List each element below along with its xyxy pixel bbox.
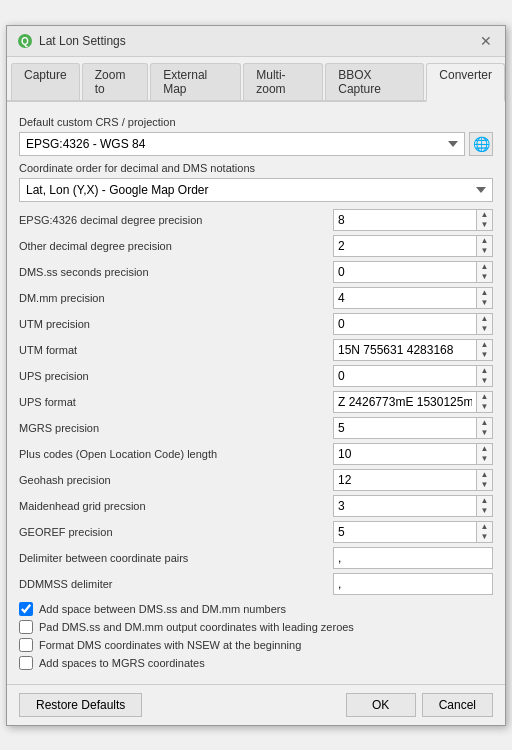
coord-order-dropdown[interactable]: Lat, Lon (Y,X) - Google Map Order xyxy=(19,178,493,202)
spin-up-button[interactable]: ▲ xyxy=(477,366,492,376)
dropdown-up-button[interactable]: ▲ xyxy=(477,340,492,350)
spin-up-button[interactable]: ▲ xyxy=(477,210,492,220)
spin-down-button[interactable]: ▼ xyxy=(477,272,492,282)
field-row: MGRS precision▲▼ xyxy=(19,416,493,440)
spin-up-button[interactable]: ▲ xyxy=(477,288,492,298)
globe-button[interactable]: 🌐 xyxy=(469,132,493,156)
spin-up-button[interactable]: ▲ xyxy=(477,470,492,480)
field-row: UPS format▲▼ xyxy=(19,390,493,414)
spin-field-input[interactable] xyxy=(334,314,476,334)
spin-up-button[interactable]: ▲ xyxy=(477,496,492,506)
field-label: MGRS precision xyxy=(19,422,333,434)
spin-input: ▲▼ xyxy=(333,261,493,283)
checkbox-label: Pad DMS.ss and DM.mm output coordinates … xyxy=(39,621,354,633)
field-label: Maidenhead grid precsion xyxy=(19,500,333,512)
spin-field-input[interactable] xyxy=(334,522,476,542)
field-row: EPSG:4326 decimal degree precision▲▼ xyxy=(19,208,493,232)
spin-down-button[interactable]: ▼ xyxy=(477,324,492,334)
spin-down-button[interactable]: ▼ xyxy=(477,480,492,490)
content-area: Default custom CRS / projection EPSG:432… xyxy=(7,102,505,684)
tab-external-map[interactable]: External Map xyxy=(150,63,241,100)
spin-field-input[interactable] xyxy=(334,444,476,464)
spin-field-input[interactable] xyxy=(334,236,476,256)
tab-converter[interactable]: Converter xyxy=(426,63,505,102)
field-label: Other decimal degree precision xyxy=(19,240,333,252)
svg-text:Q: Q xyxy=(21,36,29,47)
dropdown-down-button[interactable]: ▼ xyxy=(477,350,492,360)
cancel-button[interactable]: Cancel xyxy=(422,693,493,717)
field-label: Plus codes (Open Location Code) length xyxy=(19,448,333,460)
dropdown-field-input[interactable] xyxy=(334,392,476,412)
spin-down-button[interactable]: ▼ xyxy=(477,376,492,386)
spin-input: ▲▼ xyxy=(333,365,493,387)
checkbox-label: Format DMS coordinates with NSEW at the … xyxy=(39,639,301,651)
spin-down-button[interactable]: ▼ xyxy=(477,506,492,516)
field-label: Delimiter between coordinate pairs xyxy=(19,552,333,564)
spin-input: ▲▼ xyxy=(333,521,493,543)
spin-down-button[interactable]: ▼ xyxy=(477,220,492,230)
checkbox-row: Add spaces to MGRS coordinates xyxy=(19,656,493,670)
close-button[interactable]: ✕ xyxy=(477,32,495,50)
crs-dropdown[interactable]: EPSG:4326 - WGS 84 xyxy=(19,132,465,156)
spin-arrows: ▲▼ xyxy=(476,236,492,256)
checkbox-input[interactable] xyxy=(19,620,33,634)
spin-arrows: ▲▼ xyxy=(476,288,492,308)
spin-arrows: ▲▼ xyxy=(476,496,492,516)
field-label: DMS.ss seconds precision xyxy=(19,266,333,278)
spin-input: ▲▼ xyxy=(333,313,493,335)
checkbox-label: Add space between DMS.ss and DM.mm numbe… xyxy=(39,603,286,615)
spin-field-input[interactable] xyxy=(334,470,476,490)
ok-cancel-group: OK Cancel xyxy=(346,693,493,717)
ok-button[interactable]: OK xyxy=(346,693,416,717)
checkbox-input[interactable] xyxy=(19,602,33,616)
spin-input: ▲▼ xyxy=(333,469,493,491)
spin-field-input[interactable] xyxy=(334,366,476,386)
spin-arrows: ▲▼ xyxy=(476,418,492,438)
spin-arrows: ▲▼ xyxy=(476,262,492,282)
spin-down-button[interactable]: ▼ xyxy=(477,428,492,438)
spin-input: ▲▼ xyxy=(333,495,493,517)
restore-defaults-button[interactable]: Restore Defaults xyxy=(19,693,142,717)
field-row: UTM format▲▼ xyxy=(19,338,493,362)
tab-capture[interactable]: Capture xyxy=(11,63,80,100)
spin-field-input[interactable] xyxy=(334,210,476,230)
spin-up-button[interactable]: ▲ xyxy=(477,236,492,246)
field-row: Other decimal degree precision▲▼ xyxy=(19,234,493,258)
tab-bbox-capture[interactable]: BBOX Capture xyxy=(325,63,424,100)
spin-arrows: ▲▼ xyxy=(476,210,492,230)
spin-up-button[interactable]: ▲ xyxy=(477,418,492,428)
field-label: UPS format xyxy=(19,396,333,408)
spin-down-button[interactable]: ▼ xyxy=(477,246,492,256)
text-field-input[interactable] xyxy=(333,573,493,595)
spin-down-button[interactable]: ▼ xyxy=(477,454,492,464)
spin-field-input[interactable] xyxy=(334,288,476,308)
spin-up-button[interactable]: ▲ xyxy=(477,262,492,272)
field-row: DMS.ss seconds precision▲▼ xyxy=(19,260,493,284)
dropdown-field-input[interactable] xyxy=(334,340,476,360)
crs-row: EPSG:4326 - WGS 84 🌐 xyxy=(19,132,493,156)
spin-down-button[interactable]: ▼ xyxy=(477,532,492,542)
tabs-bar: Capture Zoom to External Map Multi-zoom … xyxy=(7,57,505,102)
default-crs-label: Default custom CRS / projection xyxy=(19,116,493,128)
field-label: GEOREF precision xyxy=(19,526,333,538)
text-field-input[interactable] xyxy=(333,547,493,569)
spin-down-button[interactable]: ▼ xyxy=(477,298,492,308)
spin-up-button[interactable]: ▲ xyxy=(477,314,492,324)
dropdown-down-button[interactable]: ▼ xyxy=(477,402,492,412)
tab-multi-zoom[interactable]: Multi-zoom xyxy=(243,63,323,100)
spin-arrows: ▲▼ xyxy=(476,314,492,334)
title-bar-left: Q Lat Lon Settings xyxy=(17,33,126,49)
coord-order-label: Coordinate order for decimal and DMS not… xyxy=(19,162,493,174)
field-label: DM.mm precision xyxy=(19,292,333,304)
spin-field-input[interactable] xyxy=(334,262,476,282)
dropdown-up-button[interactable]: ▲ xyxy=(477,392,492,402)
spin-field-input[interactable] xyxy=(334,418,476,438)
spin-field-input[interactable] xyxy=(334,496,476,516)
checkbox-input[interactable] xyxy=(19,656,33,670)
spin-input: ▲▼ xyxy=(333,287,493,309)
checkbox-input[interactable] xyxy=(19,638,33,652)
field-label: DDMMSS delimiter xyxy=(19,578,333,590)
spin-up-button[interactable]: ▲ xyxy=(477,444,492,454)
spin-up-button[interactable]: ▲ xyxy=(477,522,492,532)
tab-zoom-to[interactable]: Zoom to xyxy=(82,63,149,100)
